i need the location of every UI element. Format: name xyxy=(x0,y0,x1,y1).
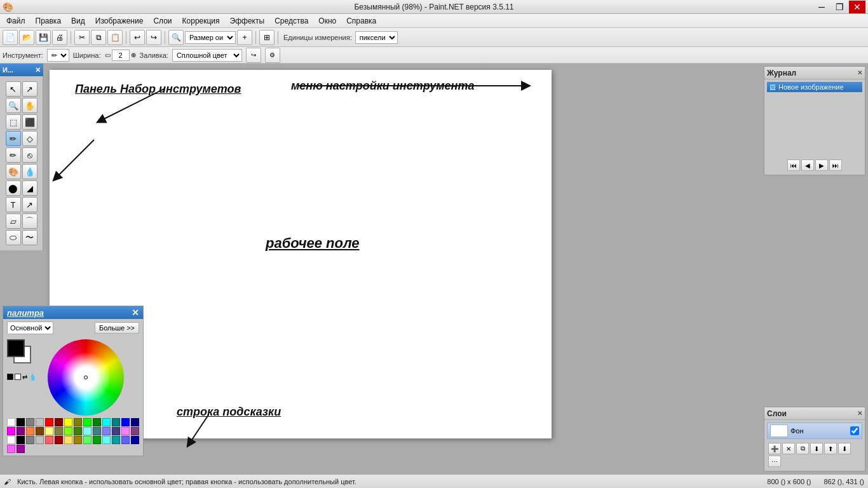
open-button[interactable]: 📂 xyxy=(19,30,34,45)
tool-line[interactable]: ◢ xyxy=(22,180,37,196)
fill-select[interactable]: Сплошной цвет xyxy=(172,49,242,62)
tool-rect-shape[interactable]: ▱ xyxy=(6,214,21,229)
tool-pan[interactable]: ✋ xyxy=(22,98,37,113)
close-button[interactable]: ✕ xyxy=(849,1,865,13)
redo-button[interactable]: ↪ xyxy=(146,30,161,45)
color-swatch[interactable] xyxy=(121,427,130,435)
minimize-button[interactable]: ─ xyxy=(813,1,830,13)
tool-rounded-rect[interactable]: ⬭ xyxy=(6,230,21,245)
color-swatch[interactable] xyxy=(26,427,34,435)
foreground-color-swatch[interactable] xyxy=(7,339,25,357)
layer-down-button[interactable]: ⬇ xyxy=(838,443,851,454)
tool-eraser[interactable]: ◇ xyxy=(22,131,37,146)
mini-white-swatch[interactable] xyxy=(15,374,21,380)
color-swatch[interactable] xyxy=(64,436,72,444)
save-button[interactable]: 💾 xyxy=(36,30,51,45)
tool-gradient[interactable]: ⬤ xyxy=(6,180,21,196)
color-swatch[interactable] xyxy=(83,427,92,435)
palette-more-button[interactable]: Больше >> xyxy=(95,322,139,334)
palette-mode-select[interactable]: Основной xyxy=(7,322,53,334)
tool-brush[interactable]: ✏ xyxy=(6,131,21,146)
width-input[interactable] xyxy=(112,50,130,61)
color-swatch[interactable] xyxy=(102,436,111,444)
units-select[interactable]: пиксели xyxy=(355,31,398,44)
tool-ellipse[interactable]: ⌒ xyxy=(22,214,37,229)
color-swatch[interactable] xyxy=(7,427,15,435)
color-swatch[interactable] xyxy=(45,418,53,426)
journal-first-button[interactable]: ⏮ xyxy=(787,159,800,171)
restore-button[interactable]: ❐ xyxy=(831,1,848,13)
journal-close-button[interactable]: ✕ xyxy=(857,69,862,76)
layer-visibility-checkbox[interactable] xyxy=(850,426,859,435)
layer-duplicate-button[interactable]: ⧉ xyxy=(796,443,809,454)
color-swatch[interactable] xyxy=(93,436,101,444)
undo-button[interactable]: ↩ xyxy=(130,30,145,45)
canvas-area[interactable]: Панель Набор инструметов меню настройки … xyxy=(43,64,761,474)
color-swatch[interactable] xyxy=(102,427,111,435)
color-swatch[interactable] xyxy=(7,445,15,453)
eyedropper-icon[interactable]: 💧 xyxy=(29,374,36,381)
color-swatch[interactable] xyxy=(112,418,120,426)
menu-view[interactable]: Вид xyxy=(66,14,90,27)
color-swatch[interactable] xyxy=(26,418,34,426)
extra-button[interactable]: ⚙ xyxy=(265,48,280,63)
journal-prev-button[interactable]: ◀ xyxy=(801,159,814,171)
color-swatch[interactable] xyxy=(55,427,63,435)
mini-black-swatch[interactable] xyxy=(7,374,13,380)
menu-image[interactable]: Изображение xyxy=(90,14,149,27)
menu-window[interactable]: Окно xyxy=(313,14,341,27)
color-swatch[interactable] xyxy=(93,418,101,426)
color-swatch[interactable] xyxy=(131,436,139,444)
color-swatch[interactable] xyxy=(112,436,120,444)
menu-effects[interactable]: Эффекты xyxy=(225,14,270,27)
menu-help[interactable]: Справка xyxy=(341,14,381,27)
tool-fill[interactable]: 🎨 xyxy=(6,164,21,179)
color-swatch[interactable] xyxy=(102,418,111,426)
color-wheel[interactable] xyxy=(48,339,124,416)
color-swatch[interactable] xyxy=(131,418,139,426)
layer-up-button[interactable]: ⬆ xyxy=(824,443,837,454)
tool-freeform[interactable]: 〜 xyxy=(22,230,37,245)
color-wheel-container[interactable] xyxy=(48,339,124,416)
color-swatch[interactable] xyxy=(26,436,34,444)
tool-color-pick[interactable]: 💧 xyxy=(22,164,37,179)
color-swatch[interactable] xyxy=(17,436,25,444)
cut-button[interactable]: ✂ xyxy=(74,30,90,45)
copy-button[interactable]: ⧉ xyxy=(91,30,106,45)
color-swatch[interactable] xyxy=(131,427,139,435)
swap-colors-icon[interactable]: ⇄ xyxy=(22,374,27,381)
new-button[interactable]: 📄 xyxy=(3,30,18,45)
layer-add-button[interactable]: ➕ xyxy=(768,443,781,454)
color-swatch[interactable] xyxy=(55,436,63,444)
toolbox-close-button[interactable]: ✕ xyxy=(35,66,41,74)
color-swatch[interactable] xyxy=(36,418,44,426)
color-swatch[interactable] xyxy=(83,418,92,426)
color-swatch[interactable] xyxy=(83,436,92,444)
color-swatch[interactable] xyxy=(74,436,82,444)
color-swatch[interactable] xyxy=(17,427,25,435)
palette-close-button[interactable]: ✕ xyxy=(132,308,139,318)
tool-select-rect[interactable]: ↖ xyxy=(6,81,21,97)
menu-corrections[interactable]: Коррекция xyxy=(177,14,225,27)
journal-next-button[interactable]: ▶ xyxy=(815,159,828,171)
menu-file[interactable]: Файл xyxy=(1,14,31,27)
zoom-select[interactable]: Размер ои xyxy=(185,31,236,44)
menu-edit[interactable]: Правка xyxy=(31,14,67,27)
color-swatch[interactable] xyxy=(17,418,25,426)
color-swatch[interactable] xyxy=(7,418,15,426)
zoom-out-button[interactable]: 🔍 xyxy=(168,30,184,45)
tool-clone[interactable]: ⎋ xyxy=(22,147,37,163)
color-swatch[interactable] xyxy=(17,445,25,453)
tool-text[interactable]: T xyxy=(6,197,21,212)
tool-move[interactable]: ↗ xyxy=(22,81,37,97)
color-swatch[interactable] xyxy=(64,427,72,435)
tool-select-free[interactable]: ⬚ xyxy=(6,114,21,130)
print-button[interactable]: 🖨 xyxy=(52,30,67,45)
color-swatch[interactable] xyxy=(112,427,120,435)
color-swatch[interactable] xyxy=(36,427,44,435)
color-swatch[interactable] xyxy=(64,418,72,426)
layer-properties-button[interactable]: ⋯ xyxy=(768,456,781,467)
tool-select-magic[interactable]: ⬛ xyxy=(22,114,37,130)
layer-merge-button[interactable]: ⬇ xyxy=(810,443,823,454)
paste-button[interactable]: 📋 xyxy=(107,30,123,45)
